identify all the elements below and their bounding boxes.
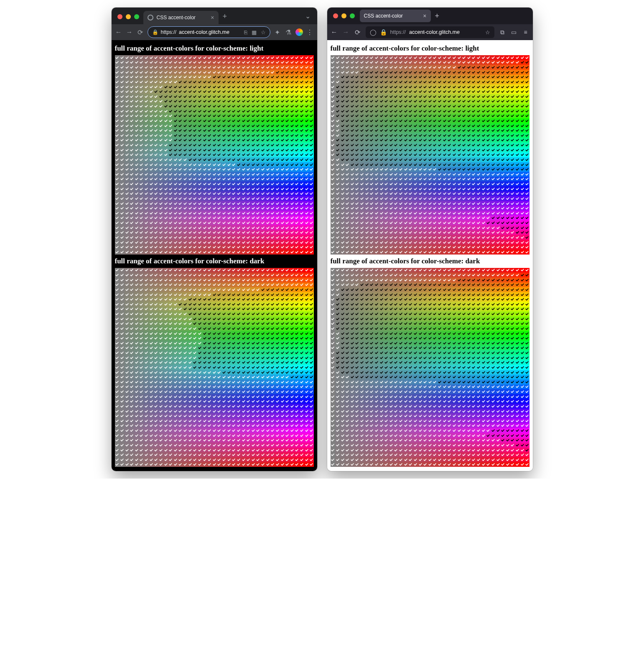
checkbox[interactable] bbox=[510, 109, 515, 114]
checkbox[interactable] bbox=[115, 89, 120, 94]
checkbox[interactable] bbox=[369, 245, 374, 250]
checkbox[interactable] bbox=[188, 311, 193, 316]
checkbox[interactable] bbox=[246, 133, 251, 138]
checkbox[interactable] bbox=[394, 418, 399, 423]
checkbox[interactable] bbox=[515, 138, 520, 143]
checkbox[interactable] bbox=[364, 331, 369, 336]
checkbox[interactable] bbox=[345, 177, 350, 182]
checkbox[interactable] bbox=[265, 452, 270, 457]
checkbox[interactable] bbox=[510, 316, 515, 321]
checkbox[interactable] bbox=[340, 186, 345, 191]
checkbox[interactable] bbox=[345, 235, 350, 240]
checkbox[interactable] bbox=[398, 118, 403, 123]
checkbox[interactable] bbox=[188, 278, 193, 283]
checkbox[interactable] bbox=[520, 128, 525, 133]
checkbox[interactable] bbox=[246, 311, 251, 316]
checkbox[interactable] bbox=[510, 302, 515, 307]
checkbox[interactable] bbox=[510, 79, 515, 84]
checkbox[interactable] bbox=[139, 297, 144, 302]
checkbox[interactable] bbox=[134, 240, 139, 245]
checkbox[interactable] bbox=[486, 297, 491, 302]
checkbox[interactable] bbox=[345, 104, 350, 109]
checkbox[interactable] bbox=[265, 423, 270, 428]
checkbox[interactable] bbox=[408, 75, 413, 80]
checkbox[interactable] bbox=[510, 380, 515, 385]
checkbox[interactable] bbox=[408, 225, 413, 230]
checkbox[interactable] bbox=[227, 230, 232, 235]
checkbox[interactable] bbox=[275, 191, 280, 196]
checkbox[interactable] bbox=[299, 331, 304, 336]
checkbox[interactable] bbox=[309, 360, 314, 365]
checkbox[interactable] bbox=[496, 311, 501, 316]
checkbox[interactable] bbox=[423, 70, 428, 75]
checkbox[interactable] bbox=[280, 79, 285, 84]
checkbox[interactable] bbox=[144, 128, 149, 133]
checkbox[interactable] bbox=[304, 60, 309, 65]
checkbox[interactable] bbox=[384, 123, 389, 128]
checkbox[interactable] bbox=[173, 350, 178, 355]
checkbox[interactable] bbox=[500, 350, 505, 355]
checkbox[interactable] bbox=[350, 99, 355, 104]
checkbox[interactable] bbox=[144, 157, 149, 162]
checkbox[interactable] bbox=[188, 65, 193, 70]
checkbox[interactable] bbox=[197, 433, 202, 438]
checkbox[interactable] bbox=[496, 118, 501, 123]
checkbox[interactable] bbox=[355, 79, 360, 84]
checkbox[interactable] bbox=[374, 302, 379, 307]
checkbox[interactable] bbox=[510, 55, 515, 60]
checkbox[interactable] bbox=[359, 172, 364, 177]
checkbox[interactable] bbox=[236, 409, 241, 414]
checkbox[interactable] bbox=[149, 177, 154, 182]
checkbox[interactable] bbox=[178, 70, 183, 75]
checkbox[interactable] bbox=[447, 385, 452, 390]
checkbox[interactable] bbox=[398, 191, 403, 196]
checkbox[interactable] bbox=[525, 438, 530, 443]
checkbox[interactable] bbox=[476, 235, 481, 240]
checkbox[interactable] bbox=[413, 94, 418, 99]
checkbox[interactable] bbox=[212, 448, 217, 453]
checkbox[interactable] bbox=[335, 409, 340, 414]
checkbox[interactable] bbox=[466, 250, 471, 255]
checkbox[interactable] bbox=[144, 370, 149, 375]
checkbox[interactable] bbox=[236, 399, 241, 404]
checkbox[interactable] bbox=[173, 370, 178, 375]
checkbox[interactable] bbox=[183, 331, 188, 336]
checkbox[interactable] bbox=[207, 428, 212, 433]
checkbox[interactable] bbox=[359, 404, 364, 409]
checkbox[interactable] bbox=[246, 278, 251, 283]
checkbox[interactable] bbox=[129, 138, 134, 143]
checkbox[interactable] bbox=[452, 55, 457, 60]
checkbox[interactable] bbox=[115, 423, 120, 428]
checkbox[interactable] bbox=[505, 60, 510, 65]
checkbox[interactable] bbox=[144, 65, 149, 70]
checkbox[interactable] bbox=[295, 114, 300, 119]
checkbox[interactable] bbox=[275, 89, 280, 94]
checkbox[interactable] bbox=[359, 211, 364, 216]
checkbox[interactable] bbox=[423, 409, 428, 414]
checkbox[interactable] bbox=[285, 143, 290, 148]
checkbox[interactable] bbox=[265, 433, 270, 438]
checkbox[interactable] bbox=[280, 201, 285, 206]
checkbox[interactable] bbox=[369, 109, 374, 114]
checkbox[interactable] bbox=[491, 250, 496, 255]
checkbox[interactable] bbox=[217, 292, 222, 297]
checkbox[interactable] bbox=[403, 55, 408, 60]
checkbox[interactable] bbox=[290, 157, 295, 162]
checkbox[interactable] bbox=[115, 94, 120, 99]
checkbox[interactable] bbox=[251, 278, 256, 283]
checkbox[interactable] bbox=[275, 55, 280, 60]
checkbox[interactable] bbox=[500, 297, 505, 302]
checkbox[interactable] bbox=[236, 206, 241, 211]
checkbox[interactable] bbox=[374, 123, 379, 128]
checkbox[interactable] bbox=[236, 283, 241, 288]
checkbox[interactable] bbox=[188, 60, 193, 65]
forward-button[interactable]: → bbox=[126, 28, 133, 36]
checkbox[interactable] bbox=[510, 273, 515, 278]
checkbox[interactable] bbox=[525, 133, 530, 138]
checkbox[interactable] bbox=[486, 196, 491, 201]
checkbox[interactable] bbox=[369, 75, 374, 80]
checkbox[interactable] bbox=[525, 109, 530, 114]
checkbox[interactable] bbox=[389, 438, 394, 443]
checkbox[interactable] bbox=[433, 365, 438, 370]
checkbox[interactable] bbox=[379, 75, 384, 80]
